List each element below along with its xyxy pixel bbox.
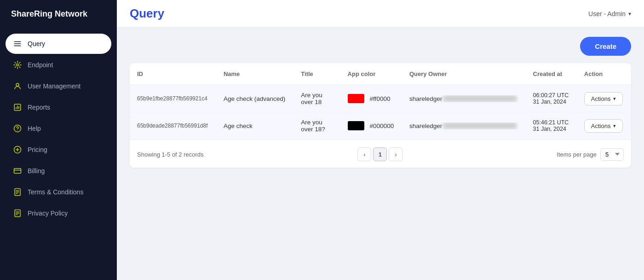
- content-toolbar: Create: [130, 37, 631, 56]
- sidebar-item-privacy[interactable]: Privacy Policy: [6, 203, 111, 223]
- sidebar-item-endpoint-label: Endpoint: [28, 61, 53, 69]
- endpoint-icon: [13, 60, 22, 70]
- cell-name: Age check (advanced): [216, 85, 293, 112]
- color-label: #000000: [370, 122, 394, 129]
- actions-chevron-icon: ▾: [613, 123, 616, 129]
- help-icon: [13, 124, 22, 133]
- page-1-button[interactable]: 1: [373, 147, 387, 161]
- page-title: Query: [130, 6, 164, 21]
- col-created-at: Created at: [526, 63, 577, 85]
- color-swatch: [348, 121, 364, 130]
- owner-prefix: shareledger: [409, 95, 442, 102]
- owner-prefix: shareledger: [409, 122, 442, 129]
- sidebar: ShareRing Network Query Endpoint: [0, 0, 117, 280]
- table-row: 65b9deade28877fb56991d8f Age check Are y…: [130, 112, 631, 140]
- svg-rect-14: [14, 169, 21, 174]
- sidebar-item-pricing[interactable]: Pricing: [6, 140, 111, 160]
- content-area: Create ID Name Title App color Query Own…: [117, 28, 644, 280]
- cell-created-at: 05:46:21 UTC 31 Jan, 2024: [526, 112, 577, 140]
- svg-point-3: [17, 64, 19, 66]
- owner-blur: [443, 95, 517, 102]
- col-id: ID: [130, 63, 216, 85]
- header: Query User - Admin ▾: [117, 0, 644, 28]
- sidebar-item-privacy-label: Privacy Policy: [28, 210, 68, 217]
- sidebar-item-terms-label: Terms & Conditions: [28, 188, 83, 196]
- table-row: 65b9e1fbe28877fb569921c4 Age check (adva…: [130, 85, 631, 112]
- sidebar-item-query-label: Query: [28, 40, 45, 47]
- user-label: User - Admin: [588, 10, 626, 18]
- cell-action: Actions ▾: [577, 112, 631, 140]
- cell-action: Actions ▾: [577, 85, 631, 112]
- privacy-icon: [13, 209, 22, 218]
- sidebar-item-user-management-label: User Management: [28, 82, 80, 90]
- query-table: ID Name Title App color Query Owner Crea…: [130, 63, 631, 140]
- sidebar-item-reports[interactable]: Reports: [6, 97, 111, 117]
- sidebar-item-help[interactable]: Help: [6, 118, 111, 139]
- pagination-bar: Showing 1-5 of 2 records ‹ 1 › Items per…: [130, 140, 631, 168]
- items-per-page-label: Items per page: [557, 151, 597, 158]
- table-body: 65b9e1fbe28877fb569921c4 Age check (adva…: [130, 85, 631, 140]
- cell-created-at: 06:00:27 UTC 31 Jan, 2024: [526, 85, 577, 112]
- sidebar-item-user-management[interactable]: User Management: [6, 76, 111, 96]
- actions-dropdown-button[interactable]: Actions ▾: [584, 92, 623, 105]
- user-menu[interactable]: User - Admin ▾: [588, 10, 631, 18]
- query-table-container: ID Name Title App color Query Owner Crea…: [130, 63, 631, 168]
- sidebar-item-reports-label: Reports: [28, 104, 50, 111]
- cell-title: Are you over 18: [293, 85, 340, 112]
- sidebar-item-pricing-label: Pricing: [28, 146, 47, 153]
- svg-point-4: [16, 83, 19, 86]
- items-per-page-select[interactable]: 5 10 25 50: [600, 148, 624, 161]
- prev-page-button[interactable]: ‹: [357, 147, 371, 161]
- terms-icon: [13, 187, 22, 197]
- pricing-icon: [13, 145, 22, 154]
- billing-icon: [13, 166, 22, 175]
- cell-app-color: #000000: [340, 112, 402, 140]
- col-title: Title: [293, 63, 340, 85]
- pagination-controls: ‹ 1 ›: [357, 147, 402, 161]
- cell-id: 65b9deade28877fb56991d8f: [130, 112, 216, 140]
- actions-dropdown-button[interactable]: Actions ▾: [584, 119, 623, 133]
- actions-chevron-icon: ▾: [613, 96, 616, 102]
- owner-blur: [443, 122, 517, 129]
- cell-name: Age check: [216, 112, 293, 140]
- col-app-color: App color: [340, 63, 402, 85]
- sidebar-item-terms[interactable]: Terms & Conditions: [6, 182, 111, 202]
- cell-title: Are you over 18?: [293, 112, 340, 140]
- cell-id: 65b9e1fbe28877fb569921c4: [130, 85, 216, 112]
- col-query-owner: Query Owner: [402, 63, 526, 85]
- sidebar-item-query[interactable]: Query: [6, 34, 111, 54]
- main-area: Query User - Admin ▾ Create ID Name Titl…: [117, 0, 644, 280]
- app-logo: ShareRing Network: [0, 0, 117, 28]
- col-action: Action: [577, 63, 631, 85]
- color-swatch: [348, 94, 364, 103]
- user-chevron-icon: ▾: [628, 11, 631, 17]
- next-page-button[interactable]: ›: [389, 147, 402, 161]
- pagination-showing: Showing 1-5 of 2 records: [137, 151, 204, 158]
- sidebar-nav: Query Endpoint User Management: [0, 28, 117, 280]
- sidebar-item-billing-label: Billing: [28, 167, 45, 175]
- cell-query-owner: shareledger: [402, 112, 526, 140]
- table-header-row: ID Name Title App color Query Owner Crea…: [130, 63, 631, 85]
- sidebar-item-billing[interactable]: Billing: [6, 161, 111, 181]
- create-button[interactable]: Create: [580, 37, 631, 56]
- menu-icon: [13, 39, 22, 48]
- color-label: #ff0000: [370, 95, 391, 102]
- cell-app-color: #ff0000: [340, 85, 402, 112]
- sidebar-item-endpoint[interactable]: Endpoint: [6, 55, 111, 75]
- col-name: Name: [216, 63, 293, 85]
- items-per-page-control: Items per page 5 10 25 50: [557, 148, 624, 161]
- sidebar-item-help-label: Help: [28, 125, 41, 132]
- reports-icon: [13, 103, 22, 112]
- user-icon: [13, 82, 22, 91]
- cell-query-owner: shareledger: [402, 85, 526, 112]
